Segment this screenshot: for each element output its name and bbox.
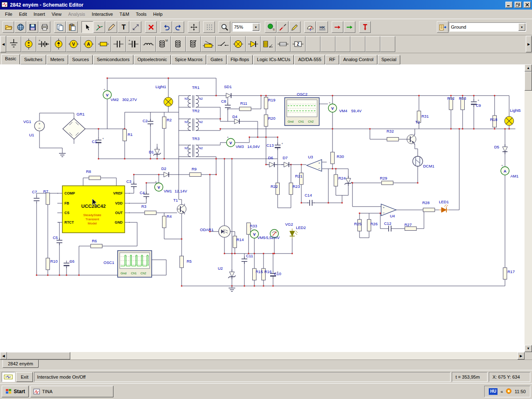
component-diode-button[interactable] (246, 36, 261, 52)
menu-edit[interactable]: Edit (16, 10, 30, 18)
part-opamp_l[interactable]: +− (307, 160, 322, 171)
toolbar-web-button[interactable] (15, 21, 26, 33)
part-npn[interactable] (407, 134, 416, 145)
part-chip[interactable]: COMPVREFFBVDDCSOUTRTCTGNDUCC28C42SteadyS… (57, 186, 130, 233)
toolbar-voltmeter-button[interactable]: V (304, 21, 316, 33)
tab-sources[interactable]: Sources (69, 55, 93, 64)
part-res_h[interactable] (91, 244, 102, 248)
component-ground-button[interactable] (6, 36, 21, 52)
part-cap_h[interactable] (307, 200, 315, 206)
toolbar-open-button[interactable] (2, 21, 14, 33)
part-osc[interactable]: GndCh1Ch2 (285, 98, 319, 126)
toolbar-copy-button[interactable] (54, 21, 66, 33)
start-button[interactable]: Start (2, 386, 29, 397)
menu-insert[interactable]: Insert (30, 10, 49, 18)
component-empty-button[interactable] (320, 36, 335, 52)
component-capacitor-button[interactable] (111, 36, 126, 52)
part-res_h[interactable] (190, 173, 201, 177)
part-lamp[interactable] (505, 116, 514, 126)
toolbar-crosshair-button[interactable] (188, 21, 200, 33)
toolbar-save-button[interactable] (27, 21, 38, 33)
tab-rf[interactable]: RF (325, 55, 339, 64)
component-polarized-capacitor-button[interactable]: + (126, 36, 141, 52)
part-res_v[interactable] (46, 193, 50, 204)
part-res_v[interactable] (163, 117, 166, 128)
horizontal-scroll-thumb[interactable] (7, 352, 70, 360)
vertical-scroll-thumb[interactable] (525, 71, 532, 91)
part-res_v[interactable] (264, 115, 268, 126)
part-diode_h[interactable] (232, 119, 242, 124)
part-osc[interactable]: GndCh1Ch2 (118, 251, 152, 277)
tab-switches[interactable]: Switches (20, 55, 46, 64)
component-empty-button[interactable] (365, 36, 380, 52)
toolbar-interactive-dc-button[interactable] (332, 21, 343, 33)
toolbar-redo-button[interactable] (172, 21, 184, 33)
component-inductor-button[interactable] (141, 36, 156, 52)
part-gnd[interactable] (59, 151, 66, 157)
part-diode_h[interactable] (161, 172, 171, 177)
component-lamp-button[interactable] (231, 36, 246, 52)
toolbar-wire-button[interactable] (94, 21, 105, 33)
part-cap_v[interactable] (148, 119, 153, 126)
part-zener_v[interactable] (228, 269, 236, 279)
part-res_v[interactable] (331, 152, 335, 164)
part-res_h[interactable] (387, 138, 399, 141)
component-battery-button[interactable]: + (36, 36, 51, 52)
part-motor[interactable] (413, 156, 423, 166)
schematic-canvas[interactable]: +−+V+GndCh1Ch2V+V+++−+A+COMPVREFFBVDDCSO… (0, 64, 525, 352)
maximize-button[interactable] (515, 2, 522, 8)
tina-tray-icon[interactable] (506, 388, 512, 395)
part-opto[interactable] (219, 226, 230, 237)
component-empty-button[interactable] (305, 36, 320, 52)
component-fuse-button[interactable] (276, 36, 291, 52)
component-scroll-right-button[interactable]: ▶ (526, 36, 532, 52)
part-zener_v[interactable] (345, 176, 352, 186)
component-potentiometer-button[interactable] (201, 36, 216, 52)
toolbar-tr-mode-button[interactable]: TR (265, 21, 276, 33)
toolbar-zoom-button[interactable] (219, 21, 230, 33)
part-vsrc[interactable]: +− (34, 121, 44, 131)
part-cap_h[interactable] (386, 226, 394, 232)
component-current-source-button[interactable] (51, 36, 66, 52)
part-res_h[interactable] (89, 176, 101, 180)
toolbar-meter-hk-button[interactable]: HK (316, 21, 328, 33)
minimize-button[interactable] (505, 2, 512, 8)
scroll-right-button[interactable]: ▶ (517, 352, 525, 360)
component-switch-button[interactable] (216, 36, 231, 52)
toolbar-macro-button[interactable] (437, 21, 448, 33)
component-relay-button[interactable] (261, 36, 276, 52)
zoom-select[interactable]: 75% ▼ (232, 22, 260, 32)
part-gnd[interactable] (229, 286, 235, 291)
scroll-left-button[interactable]: ◀ (0, 352, 7, 360)
menu-file[interactable]: File (2, 10, 16, 18)
tab-logic-ics-mcus[interactable]: Logic ICs-MCUs (253, 55, 294, 64)
horizontal-scrollbar[interactable]: ◀ ▶ (0, 352, 525, 360)
interactive-mode-icon[interactable] (2, 372, 15, 382)
toolbar-pencil-button[interactable] (289, 21, 300, 33)
part-res_v[interactable] (180, 256, 184, 268)
component-coupled-inductor-a-button[interactable] (171, 36, 186, 52)
close-button[interactable] (524, 2, 531, 8)
part-zener_v[interactable] (153, 147, 161, 157)
scroll-down-button[interactable]: ▼ (525, 345, 532, 352)
tab-ad-da-555[interactable]: AD/DA-555 (294, 55, 325, 64)
component-scroll-left-button[interactable]: ◀ (0, 36, 6, 52)
component-empty-button[interactable] (380, 36, 395, 52)
tab-semiconductors[interactable]: Semiconductors (93, 55, 133, 64)
part-res_v[interactable] (163, 216, 166, 228)
component-transformer-button[interactable]: M (156, 36, 171, 52)
component-coupled-inductor-b-button[interactable] (186, 36, 201, 52)
toolbar-pen-button[interactable] (106, 21, 117, 33)
tab-special[interactable]: Special (378, 55, 400, 64)
tab-meters[interactable]: Meters (47, 55, 68, 64)
component-voltage-source-button[interactable] (21, 36, 36, 52)
component-impedance-button[interactable]: Z (291, 36, 305, 52)
vertical-scrollbar[interactable]: ▲ ▼ (525, 64, 532, 352)
toolbar-text-button[interactable]: T (118, 21, 129, 33)
component-empty-button[interactable] (350, 36, 365, 52)
component-empty-button[interactable] (335, 36, 350, 52)
component-ammeter-button[interactable]: A (81, 36, 96, 52)
part-res_v[interactable] (334, 175, 338, 186)
toolbar-paste-button[interactable] (66, 21, 78, 33)
part-xfmr[interactable] (188, 95, 199, 108)
